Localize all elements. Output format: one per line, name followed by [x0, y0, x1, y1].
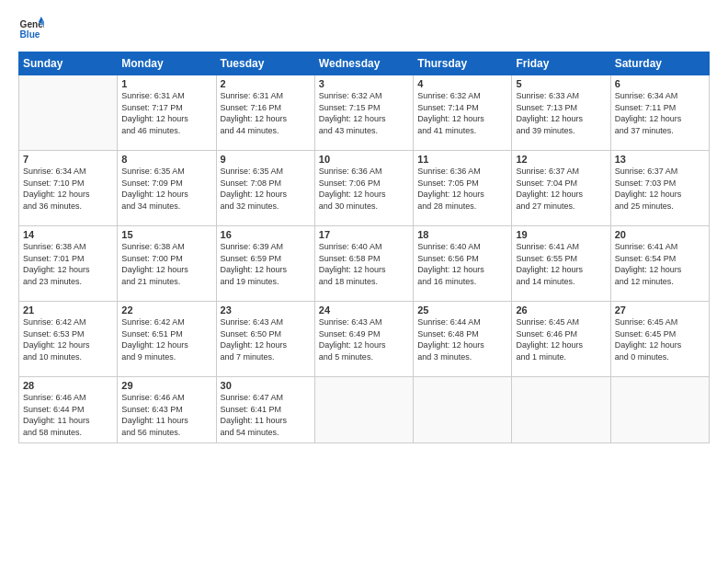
day-info: Sunrise: 6:37 AM Sunset: 7:03 PM Dayligh… — [615, 166, 705, 212]
day-info: Sunrise: 6:41 AM Sunset: 6:54 PM Dayligh… — [615, 241, 705, 287]
day-info: Sunrise: 6:31 AM Sunset: 7:16 PM Dayligh… — [221, 90, 311, 136]
day-info: Sunrise: 6:38 AM Sunset: 7:00 PM Dayligh… — [121, 241, 211, 287]
weekday-header: Tuesday — [216, 52, 314, 75]
day-number: 4 — [417, 78, 507, 89]
day-info: Sunrise: 6:43 AM Sunset: 6:49 PM Dayligh… — [319, 316, 409, 362]
day-info: Sunrise: 6:38 AM Sunset: 7:01 PM Dayligh… — [23, 241, 113, 287]
svg-text:Blue: Blue — [20, 29, 40, 40]
day-number: 7 — [23, 154, 113, 165]
calendar-cell: 28Sunrise: 6:46 AM Sunset: 6:44 PM Dayli… — [19, 377, 118, 443]
day-number: 25 — [417, 304, 507, 316]
day-number: 20 — [615, 229, 705, 240]
day-info: Sunrise: 6:47 AM Sunset: 6:41 PM Dayligh… — [221, 392, 311, 438]
calendar-cell: 23Sunrise: 6:43 AM Sunset: 6:50 PM Dayli… — [216, 302, 314, 377]
day-info: Sunrise: 6:37 AM Sunset: 7:04 PM Dayligh… — [516, 166, 606, 212]
day-info: Sunrise: 6:32 AM Sunset: 7:14 PM Dayligh… — [417, 90, 507, 136]
calendar-cell: 7Sunrise: 6:34 AM Sunset: 7:10 PM Daylig… — [19, 151, 118, 226]
calendar-week-row: 28Sunrise: 6:46 AM Sunset: 6:44 PM Dayli… — [19, 377, 710, 443]
day-info: Sunrise: 6:35 AM Sunset: 7:08 PM Dayligh… — [221, 166, 311, 212]
calendar-week-row: 7Sunrise: 6:34 AM Sunset: 7:10 PM Daylig… — [19, 151, 710, 226]
calendar-cell: 15Sunrise: 6:38 AM Sunset: 7:00 PM Dayli… — [118, 226, 216, 302]
day-number: 5 — [516, 78, 606, 89]
day-number: 18 — [417, 229, 507, 240]
calendar-cell: 30Sunrise: 6:47 AM Sunset: 6:41 PM Dayli… — [216, 377, 314, 443]
calendar-cell: 14Sunrise: 6:38 AM Sunset: 7:01 PM Dayli… — [19, 226, 118, 302]
day-info: Sunrise: 6:33 AM Sunset: 7:13 PM Dayligh… — [516, 90, 606, 136]
weekday-header: Sunday — [19, 52, 118, 75]
day-info: Sunrise: 6:40 AM Sunset: 6:58 PM Dayligh… — [319, 241, 409, 287]
calendar-cell: 10Sunrise: 6:36 AM Sunset: 7:06 PM Dayli… — [314, 151, 413, 226]
calendar-table: SundayMondayTuesdayWednesdayThursdayFrid… — [18, 52, 710, 443]
calendar-week-row: 14Sunrise: 6:38 AM Sunset: 7:01 PM Dayli… — [19, 226, 710, 302]
calendar-cell: 12Sunrise: 6:37 AM Sunset: 7:04 PM Dayli… — [512, 151, 610, 226]
day-info: Sunrise: 6:46 AM Sunset: 6:44 PM Dayligh… — [23, 392, 113, 438]
calendar-cell: 8Sunrise: 6:35 AM Sunset: 7:09 PM Daylig… — [118, 151, 216, 226]
logo-icon: General Blue — [18, 17, 44, 42]
calendar-cell: 26Sunrise: 6:45 AM Sunset: 6:46 PM Dayli… — [512, 302, 610, 377]
day-number: 29 — [121, 380, 211, 391]
calendar-cell: 13Sunrise: 6:37 AM Sunset: 7:03 PM Dayli… — [610, 151, 709, 226]
day-info: Sunrise: 6:36 AM Sunset: 7:06 PM Dayligh… — [319, 166, 409, 212]
day-number: 24 — [319, 304, 409, 316]
day-number: 10 — [319, 154, 409, 165]
day-number: 6 — [615, 78, 705, 89]
weekday-header: Monday — [118, 52, 216, 75]
calendar-cell: 4Sunrise: 6:32 AM Sunset: 7:14 PM Daylig… — [414, 75, 512, 151]
day-number: 19 — [516, 229, 606, 240]
calendar-cell: 20Sunrise: 6:41 AM Sunset: 6:54 PM Dayli… — [610, 226, 709, 302]
calendar-cell: 3Sunrise: 6:32 AM Sunset: 7:15 PM Daylig… — [314, 75, 413, 151]
day-info: Sunrise: 6:44 AM Sunset: 6:48 PM Dayligh… — [417, 316, 507, 362]
day-info: Sunrise: 6:34 AM Sunset: 7:10 PM Dayligh… — [23, 166, 113, 212]
calendar-cell: 5Sunrise: 6:33 AM Sunset: 7:13 PM Daylig… — [512, 75, 610, 151]
calendar-cell: 6Sunrise: 6:34 AM Sunset: 7:11 PM Daylig… — [610, 75, 709, 151]
calendar-cell — [610, 377, 709, 443]
day-number: 11 — [417, 154, 507, 165]
day-number: 28 — [23, 380, 113, 391]
weekday-header: Thursday — [414, 52, 512, 75]
day-number: 23 — [221, 304, 311, 316]
day-info: Sunrise: 6:41 AM Sunset: 6:55 PM Dayligh… — [516, 241, 606, 287]
calendar-cell — [19, 75, 118, 151]
day-number: 3 — [319, 78, 409, 89]
calendar-cell: 2Sunrise: 6:31 AM Sunset: 7:16 PM Daylig… — [216, 75, 314, 151]
header: General Blue — [18, 17, 710, 42]
weekday-header-row: SundayMondayTuesdayWednesdayThursdayFrid… — [19, 52, 710, 75]
day-number: 15 — [121, 229, 211, 240]
weekday-header: Friday — [512, 52, 610, 75]
day-info: Sunrise: 6:45 AM Sunset: 6:45 PM Dayligh… — [615, 316, 705, 362]
day-number: 2 — [221, 78, 311, 89]
day-number: 12 — [516, 154, 606, 165]
day-number: 9 — [221, 154, 311, 165]
day-info: Sunrise: 6:32 AM Sunset: 7:15 PM Dayligh… — [319, 90, 409, 136]
calendar-cell: 16Sunrise: 6:39 AM Sunset: 6:59 PM Dayli… — [216, 226, 314, 302]
day-number: 16 — [221, 229, 311, 240]
calendar-week-row: 1Sunrise: 6:31 AM Sunset: 7:17 PM Daylig… — [19, 75, 710, 151]
calendar-cell: 29Sunrise: 6:46 AM Sunset: 6:43 PM Dayli… — [118, 377, 216, 443]
calendar-week-row: 21Sunrise: 6:42 AM Sunset: 6:53 PM Dayli… — [19, 302, 710, 377]
day-info: Sunrise: 6:34 AM Sunset: 7:11 PM Dayligh… — [615, 90, 705, 136]
weekday-header: Wednesday — [314, 52, 413, 75]
calendar-cell: 21Sunrise: 6:42 AM Sunset: 6:53 PM Dayli… — [19, 302, 118, 377]
calendar-cell: 25Sunrise: 6:44 AM Sunset: 6:48 PM Dayli… — [414, 302, 512, 377]
day-info: Sunrise: 6:43 AM Sunset: 6:50 PM Dayligh… — [221, 316, 311, 362]
day-info: Sunrise: 6:31 AM Sunset: 7:17 PM Dayligh… — [121, 90, 211, 136]
calendar-cell — [414, 377, 512, 443]
day-number: 17 — [319, 229, 409, 240]
day-info: Sunrise: 6:36 AM Sunset: 7:05 PM Dayligh… — [417, 166, 507, 212]
calendar-cell — [512, 377, 610, 443]
day-info: Sunrise: 6:40 AM Sunset: 6:56 PM Dayligh… — [417, 241, 507, 287]
day-number: 26 — [516, 304, 606, 316]
calendar-cell: 19Sunrise: 6:41 AM Sunset: 6:55 PM Dayli… — [512, 226, 610, 302]
day-number: 8 — [121, 154, 211, 165]
calendar-cell: 1Sunrise: 6:31 AM Sunset: 7:17 PM Daylig… — [118, 75, 216, 151]
day-info: Sunrise: 6:42 AM Sunset: 6:53 PM Dayligh… — [23, 316, 113, 362]
day-info: Sunrise: 6:46 AM Sunset: 6:43 PM Dayligh… — [121, 392, 211, 438]
logo: General Blue — [18, 17, 44, 42]
day-number: 21 — [23, 304, 113, 316]
calendar-cell: 24Sunrise: 6:43 AM Sunset: 6:49 PM Dayli… — [314, 302, 413, 377]
calendar-cell: 9Sunrise: 6:35 AM Sunset: 7:08 PM Daylig… — [216, 151, 314, 226]
day-info: Sunrise: 6:45 AM Sunset: 6:46 PM Dayligh… — [516, 316, 606, 362]
day-info: Sunrise: 6:35 AM Sunset: 7:09 PM Dayligh… — [121, 166, 211, 212]
calendar-cell: 18Sunrise: 6:40 AM Sunset: 6:56 PM Dayli… — [414, 226, 512, 302]
day-number: 1 — [121, 78, 211, 89]
